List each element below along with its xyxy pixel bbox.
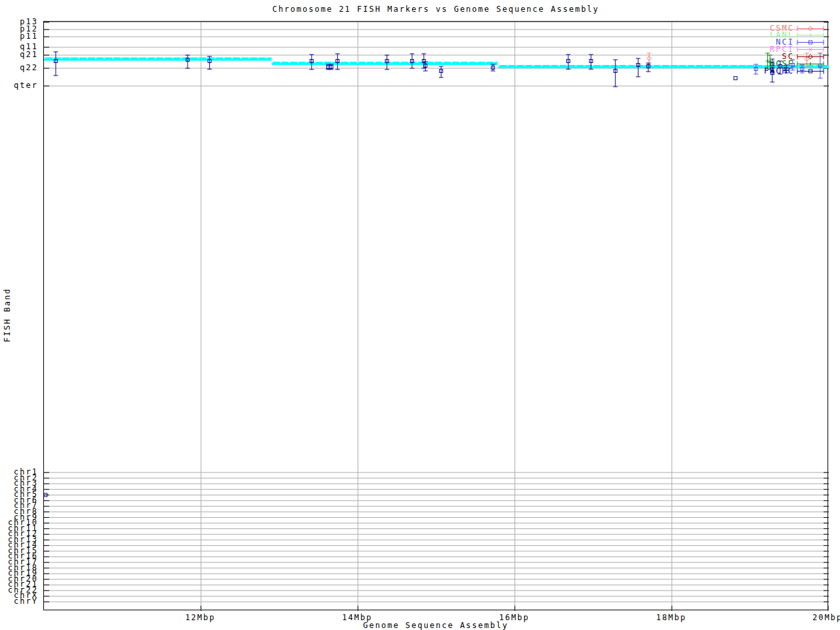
legend-sample — [796, 60, 825, 68]
legend-sample — [796, 39, 825, 46]
y-tick-label-band: q11 — [0, 43, 38, 50]
page-title: Chromosome 21 FISH Markers vs Genome Seq… — [43, 5, 828, 14]
x-tick-label: 14Mbp — [331, 613, 383, 622]
legend-sample — [796, 46, 825, 53]
plot-area: CSMCLANLNCIRPCISCUCSFFHCRC — [43, 21, 828, 610]
legend-sample — [796, 53, 825, 60]
y-tick-label-band: qter — [0, 82, 38, 89]
y-tick-label-band: q22 — [0, 64, 38, 71]
data-point-marker — [734, 77, 737, 80]
x-tick-label: 12Mbp — [174, 613, 226, 622]
legend-item: RPCI — [770, 46, 825, 53]
x-tick-label: 18Mbp — [645, 613, 698, 622]
legend-sample — [796, 32, 825, 39]
y-tick-label-band: q21 — [0, 51, 38, 58]
legend-sample — [796, 68, 825, 75]
y-axis-label: FISH Band — [3, 287, 12, 342]
y-tick-label-band: p11 — [0, 33, 38, 39]
x-axis-label: Genome Sequence Assembly — [43, 621, 828, 630]
x-tick-label: 20Mbp — [801, 613, 840, 622]
legend-item: FHCRC — [764, 68, 825, 75]
chart-canvas — [44, 22, 829, 611]
y-tick-label-chr: chrY — [0, 598, 38, 604]
legend-label: FHCRC — [764, 68, 794, 75]
legend-sample — [796, 25, 825, 32]
x-tick-label: 16Mbp — [488, 613, 541, 622]
